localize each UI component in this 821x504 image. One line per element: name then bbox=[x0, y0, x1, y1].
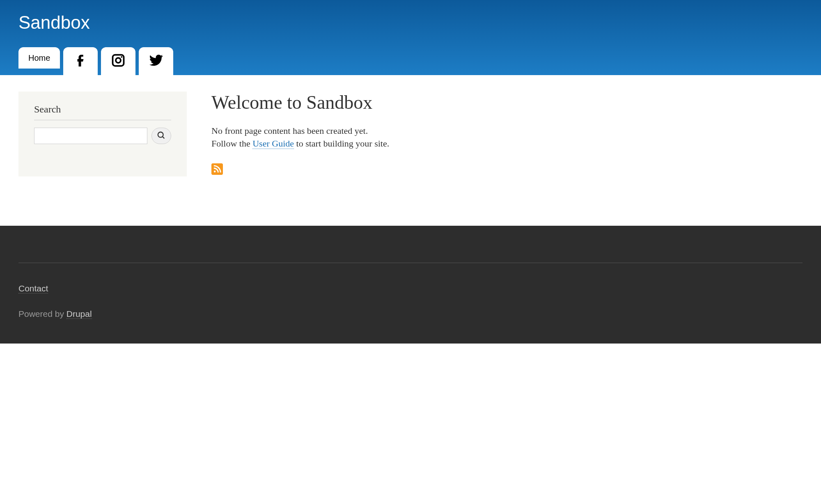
footer-divider bbox=[18, 263, 803, 263]
nav-tab-instagram[interactable] bbox=[101, 47, 135, 75]
sidebar: Search bbox=[18, 92, 187, 176]
site-title[interactable]: Sandbox bbox=[18, 12, 803, 33]
footer-contact-wrapper: Contact bbox=[18, 284, 803, 293]
search-button[interactable] bbox=[151, 128, 171, 144]
instagram-icon bbox=[111, 53, 126, 70]
search-icon bbox=[157, 131, 166, 141]
svg-point-6 bbox=[214, 170, 216, 172]
content-text-after: to start building your site. bbox=[294, 138, 389, 149]
contact-link[interactable]: Contact bbox=[18, 284, 48, 293]
svg-point-3 bbox=[158, 132, 163, 137]
search-label: Search bbox=[34, 104, 171, 120]
twitter-icon bbox=[149, 53, 163, 70]
content-text-before: Follow the bbox=[211, 138, 252, 149]
svg-point-2 bbox=[121, 56, 123, 57]
nav-tabs: Home bbox=[18, 47, 803, 75]
footer: Contact Powered by Drupal bbox=[0, 226, 821, 344]
content-line-1: No front page content has been created y… bbox=[211, 125, 803, 137]
header: Sandbox Home bbox=[0, 0, 821, 75]
rss-icon[interactable] bbox=[211, 163, 223, 175]
main-content: Welcome to Sandbox No front page content… bbox=[211, 92, 803, 176]
content-text: No front page content has been created y… bbox=[211, 125, 803, 150]
nav-tab-home[interactable]: Home bbox=[18, 47, 60, 69]
powered-prefix: Powered by bbox=[18, 309, 67, 318]
page-title: Welcome to Sandbox bbox=[211, 92, 803, 113]
nav-tab-facebook[interactable] bbox=[63, 47, 98, 75]
main-container: Search Welcome to Sandbox No front page … bbox=[0, 75, 821, 226]
facebook-icon bbox=[73, 53, 88, 70]
footer-powered: Powered by Drupal bbox=[18, 309, 803, 319]
user-guide-link[interactable]: User Guide bbox=[252, 138, 294, 149]
search-row bbox=[34, 128, 171, 144]
content-line-2: Follow the User Guide to start building … bbox=[211, 137, 803, 150]
search-input[interactable] bbox=[34, 128, 147, 144]
drupal-link[interactable]: Drupal bbox=[67, 309, 92, 319]
nav-tab-twitter[interactable] bbox=[139, 47, 173, 75]
svg-line-4 bbox=[163, 136, 165, 138]
